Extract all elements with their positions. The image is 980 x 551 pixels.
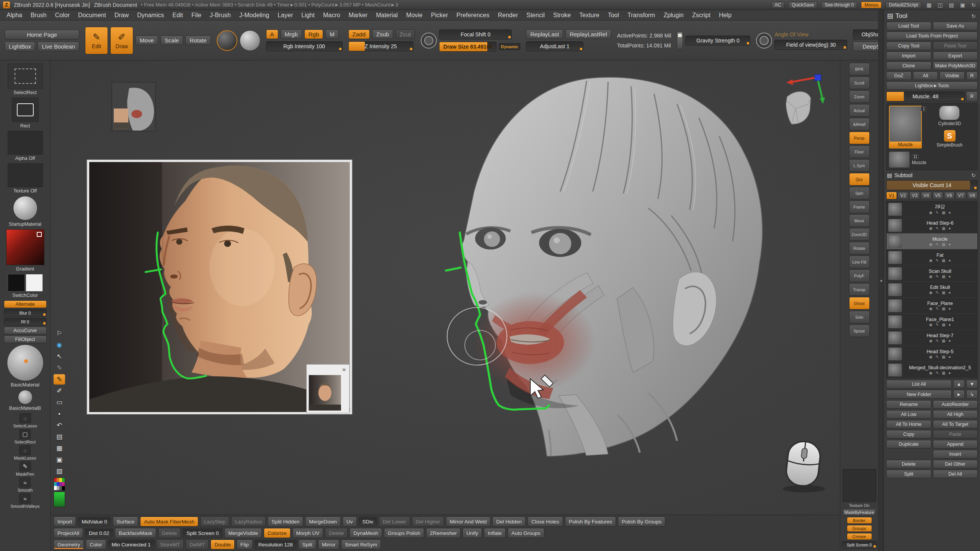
- brush-item[interactable]: ✎ MaskPen: [16, 461, 34, 476]
- brush-item[interactable]: ≈ SmoothValleys: [11, 494, 40, 509]
- subtool-tab[interactable]: V7: [956, 192, 966, 199]
- menu-item[interactable]: Stencil: [522, 11, 549, 20]
- undo-icon[interactable]: ↶: [54, 420, 65, 430]
- basic-material-thumbnail[interactable]: [7, 344, 44, 381]
- subtool-eye-icon[interactable]: ◉: [929, 258, 933, 262]
- current-brush-thumbnail[interactable]: [217, 30, 237, 51]
- bottom-button[interactable]: MergeVisible: [224, 528, 262, 538]
- menu-item[interactable]: Dynamics: [133, 11, 168, 20]
- subtool-eye-icon[interactable]: ◉: [929, 371, 933, 375]
- bottom-button[interactable]: DynaMesh: [350, 528, 382, 538]
- subtool-uv-icon[interactable]: ▦: [942, 258, 945, 262]
- edit-button[interactable]: ✎ Edit: [85, 27, 108, 54]
- subtool-eye-icon[interactable]: ◉: [929, 290, 933, 295]
- bottom-button[interactable]: Mirror: [318, 540, 339, 549]
- del-other-button[interactable]: Del Other: [933, 460, 978, 468]
- fill-object-button[interactable]: FillObject: [4, 336, 47, 343]
- blur-slider[interactable]: Blur 0: [4, 309, 47, 317]
- tool-reload-icon[interactable]: ↻: [970, 13, 977, 19]
- bottom-button[interactable]: Del Hidden: [492, 517, 526, 527]
- active-color-swatch[interactable]: [54, 492, 65, 507]
- goz-button[interactable]: GoZ: [886, 72, 911, 80]
- groups-button[interactable]: Groups: [847, 525, 872, 532]
- bottom-button[interactable]: ProjectAll: [54, 528, 83, 538]
- menu-item[interactable]: Macro: [319, 11, 344, 20]
- subtool-up-button[interactable]: ▲: [953, 380, 965, 388]
- subtool-material-icon[interactable]: ●: [949, 355, 951, 359]
- move-button[interactable]: Move: [136, 36, 158, 45]
- subtool-eye-icon[interactable]: ◉: [929, 306, 933, 311]
- clone-button[interactable]: Clone: [886, 62, 931, 70]
- canvas-viewport[interactable]: ×: [51, 60, 840, 515]
- printer-icon[interactable]: ▦: [54, 443, 65, 453]
- subtool-paint-icon[interactable]: ✎: [936, 339, 939, 343]
- menu-item[interactable]: Edit: [168, 11, 187, 20]
- stroke-rect-thumbnail[interactable]: [12, 98, 39, 122]
- bottom-button[interactable]: Double: [211, 540, 235, 549]
- live-boolean-button[interactable]: Live Boolean: [38, 42, 79, 51]
- palette-swatch[interactable]: [59, 486, 62, 490]
- replay-last-rel-button[interactable]: ReplayLastRel: [565, 29, 611, 39]
- menu-item[interactable]: Marker: [344, 11, 372, 20]
- bottom-button[interactable]: Flip: [237, 540, 253, 549]
- subtool-paint-icon[interactable]: ✎: [936, 274, 939, 279]
- subtool-paint-icon[interactable]: ✎: [936, 306, 939, 311]
- copy-subtool-button[interactable]: Copy: [886, 430, 931, 439]
- right-shelf-button[interactable]: L.Sym: [849, 159, 870, 172]
- grid-icon[interactable]: ▦: [925, 2, 933, 8]
- mask-by-feature-button[interactable]: MaskByFeature: [843, 509, 876, 516]
- subtool-material-icon[interactable]: ●: [949, 226, 951, 230]
- subtool-down-button[interactable]: ▼: [966, 380, 978, 388]
- menu-item[interactable]: Light: [297, 11, 319, 20]
- crease-button[interactable]: Crease: [847, 533, 872, 540]
- all-high-button[interactable]: All High: [933, 410, 978, 419]
- bottom-button[interactable]: Morph UV: [292, 528, 323, 538]
- subtool-paint-icon[interactable]: ✎: [936, 242, 939, 246]
- sheet-icon[interactable]: ▤: [948, 2, 955, 8]
- menu-item[interactable]: Preferences: [452, 11, 493, 20]
- Muscle[interactable]: Muscle ◉ ✎ ▦ ●: [887, 233, 977, 249]
- notes-icon[interactable]: ▧: [54, 466, 65, 476]
- bottom-button[interactable]: SDiv: [359, 517, 377, 527]
- rgb-button[interactable]: Rgb: [304, 29, 323, 39]
- texture-thumbnail-left[interactable]: [8, 163, 43, 187]
- z-intensity-slider[interactable]: Z Intensity 25: [348, 41, 413, 51]
- pencil-icon[interactable]: ✐: [54, 386, 65, 396]
- subtool-eye-icon[interactable]: ◉: [929, 339, 933, 343]
- subtool-uv-icon[interactable]: ▦: [942, 210, 945, 215]
- palette-swatch[interactable]: [62, 486, 65, 490]
- Face_Plane[interactable]: Face_Plane ◉ ✎ ▦ ●: [887, 298, 977, 314]
- menu-item[interactable]: Color: [51, 11, 74, 20]
- rotate-button[interactable]: Rotate: [185, 36, 211, 45]
- visible-count-slider[interactable]: Visible Count 14: [886, 180, 978, 190]
- subtool-eye-icon[interactable]: ◉: [929, 242, 933, 246]
- bottom-button[interactable]: Split: [299, 540, 316, 549]
- subtool-material-icon[interactable]: ●: [949, 258, 951, 262]
- subtool-material-icon[interactable]: ●: [949, 210, 951, 215]
- right-shelf-button[interactable]: Actual: [849, 104, 870, 117]
- bottom-button[interactable]: BackfaceMask: [115, 528, 156, 538]
- accucurve-button[interactable]: AccuCurve: [4, 327, 47, 334]
- Head Step-5[interactable]: Head Step-5 ◉ ✎ ▦ ●: [887, 346, 977, 362]
- bottom-button[interactable]: Import: [54, 517, 76, 527]
- subtool-uv-icon[interactable]: ▦: [942, 355, 945, 359]
- Head Step-7[interactable]: Head Step-7 ◉ ✎ ▦ ●: [887, 330, 977, 346]
- palette-swatch[interactable]: [62, 482, 65, 486]
- secondary-color-swatch[interactable]: [26, 274, 43, 292]
- subtool-paint-icon[interactable]: ✎: [936, 226, 939, 230]
- bottom-button[interactable]: Unify: [462, 528, 482, 538]
- subtool-eye-icon[interactable]: ◉: [929, 226, 933, 230]
- palette-swatch[interactable]: [54, 478, 57, 482]
- subtool-uv-icon[interactable]: ▦: [942, 306, 945, 311]
- menu-item[interactable]: Zplugin: [659, 11, 688, 20]
- subtool-uv-icon[interactable]: ▦: [942, 339, 945, 343]
- ac-button[interactable]: AC: [771, 2, 785, 8]
- goz-r-button[interactable]: R: [966, 72, 978, 80]
- menu-item[interactable]: Document: [74, 11, 110, 20]
- Fat[interactable]: Fat ◉ ✎ ▦ ●: [887, 249, 977, 266]
- right-shelf-button[interactable]: Transp: [849, 283, 870, 296]
- palette-swatch[interactable]: [57, 482, 59, 486]
- border-button[interactable]: Border: [847, 517, 872, 524]
- subtool-eye-icon[interactable]: ◉: [929, 323, 933, 327]
- reload-icon[interactable]: ↻: [970, 2, 977, 8]
